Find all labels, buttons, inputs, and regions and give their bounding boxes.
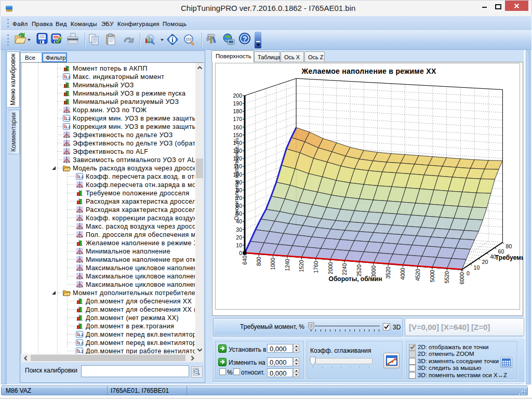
svg-text:2240: 2240 <box>341 263 348 276</box>
svg-text:180: 180 <box>233 108 242 114</box>
svg-text:20: 20 <box>236 234 242 241</box>
svg-text:640: 640 <box>242 256 248 265</box>
svg-text:60: 60 <box>498 248 504 255</box>
svg-text:200: 200 <box>233 92 242 99</box>
svg-text:2000: 2000 <box>327 262 334 274</box>
svg-text:4520: 4520 <box>415 269 421 281</box>
svg-text:0: 0 <box>239 250 242 256</box>
svg-text:80: 80 <box>506 243 512 249</box>
svg-text:0: 0 <box>467 270 470 276</box>
svg-text:30: 30 <box>236 227 242 233</box>
svg-text:5520: 5520 <box>444 271 450 284</box>
svg-text:160: 160 <box>233 124 242 130</box>
svg-text:10: 10 <box>474 264 480 271</box>
svg-text:6000: 6000 <box>459 272 465 285</box>
svg-text:150: 150 <box>233 132 242 138</box>
svg-text:5000: 5000 <box>429 270 435 282</box>
svg-text:?: ? <box>243 35 247 43</box>
svg-text:1760: 1760 <box>313 261 319 273</box>
svg-text:10: 10 <box>236 242 242 248</box>
svg-text:Требуемый: Требуемый <box>495 254 523 261</box>
svg-text:190: 190 <box>233 100 242 107</box>
svg-text:Обороты, об/мин: Обороты, об/мин <box>329 275 382 283</box>
svg-text:1240: 1240 <box>284 259 290 271</box>
svg-text:170: 170 <box>233 116 242 122</box>
svg-text:2520: 2520 <box>356 264 362 277</box>
svg-text:3520: 3520 <box>385 267 391 279</box>
svg-text:1520: 1520 <box>298 260 304 272</box>
svg-text:Желаемое наполнение в режиме Х: Желаемое наполнение в режиме ХХ <box>301 67 436 75</box>
svg-text:20: 20 <box>482 259 488 265</box>
svg-text:4000: 4000 <box>400 268 406 280</box>
svg-text:Относительное наполнение, %: Относительное наполнение, % <box>233 138 240 221</box>
svg-text:1000: 1000 <box>270 258 276 270</box>
svg-text:800: 800 <box>256 257 262 266</box>
svg-text:110: 110 <box>185 37 191 41</box>
